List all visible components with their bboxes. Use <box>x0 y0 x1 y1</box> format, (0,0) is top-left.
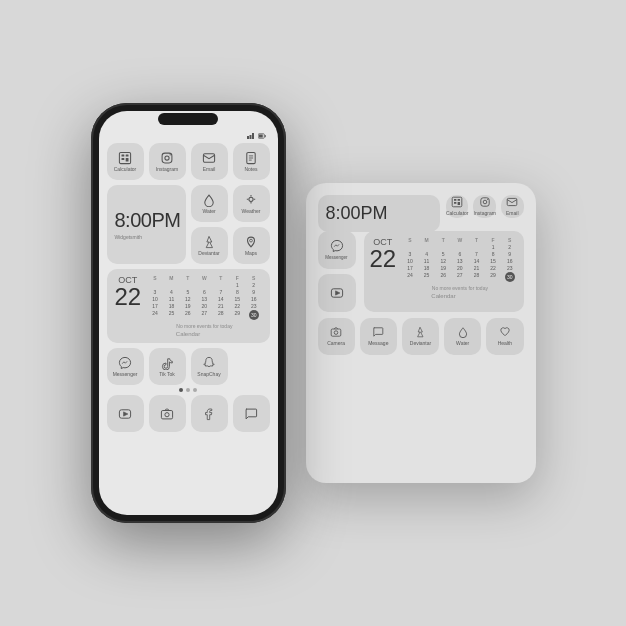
svg-rect-4 <box>259 135 263 138</box>
app-icon-weather[interactable]: Weather <box>233 185 270 222</box>
tablet-app-deviantar[interactable]: Deviantar <box>402 318 439 355</box>
phone-cal-grid: SMTWTFS 12 3456789 10111213141516 171819… <box>147 275 261 320</box>
svg-marker-43 <box>335 291 339 295</box>
svg-point-28 <box>165 412 169 416</box>
tablet-app-youtube[interactable] <box>318 274 356 312</box>
tablet-app-health[interactable]: Health <box>486 318 523 355</box>
tablet-mockup: 8:00PM Calculator Instagram Email <box>306 183 536 483</box>
dot-3 <box>193 388 197 392</box>
svg-rect-31 <box>458 199 460 201</box>
app-icon-messenger[interactable]: Messenger <box>107 348 144 385</box>
svg-rect-8 <box>126 155 129 157</box>
app-label: Maps <box>245 251 257 256</box>
phone-clock-widget: 8:00PM Widgetsmith <box>107 185 186 264</box>
svg-rect-6 <box>119 152 130 163</box>
svg-rect-30 <box>454 199 456 201</box>
app-icon-messages[interactable] <box>233 395 270 432</box>
svg-rect-14 <box>203 154 214 162</box>
tablet-cal-grid: SMTWTFS 12 3456789 10111213141516 171819… <box>402 237 517 282</box>
svg-point-24 <box>250 239 253 242</box>
svg-point-13 <box>169 154 170 155</box>
tablet-app-messenger[interactable]: Messenger <box>318 231 356 269</box>
tablet-cal-today: 30 <box>505 272 515 282</box>
app-icon-snapchat[interactable]: SnapChay <box>191 348 228 385</box>
phone-clock-label: Widgetsmith <box>115 234 143 240</box>
phone-cal-today: 30 <box>249 310 259 320</box>
app-icon-tiktok[interactable]: Tik Tok <box>149 348 186 385</box>
tablet-app-water[interactable]: Water <box>444 318 481 355</box>
app-label: Health <box>498 340 512 346</box>
app-label: Calculator <box>446 210 469 216</box>
tablet-app-camera[interactable]: Camera <box>318 318 355 355</box>
svg-rect-32 <box>454 202 456 204</box>
app-icon-water[interactable]: Water <box>191 185 228 222</box>
dot-2 <box>186 388 190 392</box>
phone-bottom-icons: Messenger Tik Tok SnapChay <box>107 348 270 385</box>
app-icon-youtube[interactable] <box>107 395 144 432</box>
svg-rect-0 <box>247 136 249 139</box>
svg-rect-37 <box>507 199 517 206</box>
phone-calendar-widget: Oct 22 SMTWTFS 12 3456789 10111213141516… <box>107 269 270 343</box>
app-icon-instagram[interactable]: Instagram <box>149 143 186 180</box>
tablet-clock-widget: 8:00PM <box>318 195 440 232</box>
app-label: Deviantar <box>198 251 219 256</box>
svg-rect-9 <box>122 158 125 160</box>
app-label: Calculator <box>114 167 137 172</box>
svg-rect-44 <box>331 329 341 336</box>
app-label: Notes <box>244 167 257 172</box>
tablet-cal-no-events: No more events for today <box>402 285 517 291</box>
tablet-app-calculator[interactable]: Calculator <box>446 195 469 218</box>
svg-point-36 <box>487 199 488 200</box>
phone-notch <box>158 113 218 125</box>
app-icon-deviantar[interactable]: Deviantar <box>191 227 228 264</box>
app-label: Instagram <box>156 167 178 172</box>
tablet-cal-day: 22 <box>370 247 397 271</box>
svg-point-12 <box>165 156 169 160</box>
app-icon-calculator[interactable]: Calculator <box>107 143 144 180</box>
signal-icon <box>247 133 255 139</box>
tablet-app-instagram[interactable]: Instagram <box>473 195 496 218</box>
tablet-clock-time: 8:00PM <box>326 203 432 224</box>
svg-rect-7 <box>122 155 125 157</box>
app-label: Water <box>456 340 469 346</box>
phone-cal-day: 22 <box>115 285 142 309</box>
phone-top-icons: Calculator Instagram Email Notes <box>107 143 270 180</box>
app-label: SnapChay <box>197 372 220 377</box>
tablet-app-email[interactable]: Email <box>501 195 524 218</box>
svg-point-45 <box>334 331 338 335</box>
phone-screen: Calculator Instagram Email Notes <box>99 111 278 515</box>
app-icon-camera[interactable] <box>149 395 186 432</box>
app-label: Instagram <box>474 210 496 216</box>
svg-rect-10 <box>126 158 129 162</box>
app-label: Messenger <box>113 372 138 377</box>
svg-rect-29 <box>452 197 462 207</box>
svg-marker-26 <box>124 411 128 415</box>
battery-icon <box>258 133 266 139</box>
phone-cal-no-events: No more events for today <box>147 323 261 329</box>
tablet-app-message[interactable]: Message <box>360 318 397 355</box>
phone-mockup: Calculator Instagram Email Notes <box>91 103 286 523</box>
app-label: Weather <box>242 209 261 214</box>
phone-clock-time: 8:00PM <box>115 209 181 232</box>
svg-point-35 <box>483 200 487 204</box>
app-icon-maps[interactable]: Maps <box>233 227 270 264</box>
app-label: Email <box>506 210 519 216</box>
dot-1 <box>179 388 183 392</box>
app-label: Message <box>368 340 388 346</box>
app-label: Email <box>203 167 216 172</box>
app-label: Deviantar <box>410 340 431 346</box>
phone-cal-title: Calendar <box>115 331 262 337</box>
svg-rect-33 <box>458 202 460 205</box>
app-icon-empty <box>233 348 270 385</box>
app-icon-notes[interactable]: Notes <box>233 143 270 180</box>
svg-rect-5 <box>264 135 265 137</box>
svg-rect-27 <box>161 410 172 418</box>
tablet-cal-title: Calendar <box>370 293 518 299</box>
phone-page-dots <box>107 388 270 392</box>
phone-status-bar <box>107 133 270 143</box>
app-icon-email[interactable]: Email <box>191 143 228 180</box>
phone-dock <box>107 395 270 432</box>
app-icon-facebook[interactable] <box>191 395 228 432</box>
app-label: Camera <box>327 340 345 346</box>
phone-middle-row: 8:00PM Widgetsmith Water Weather Deviant… <box>107 185 270 264</box>
